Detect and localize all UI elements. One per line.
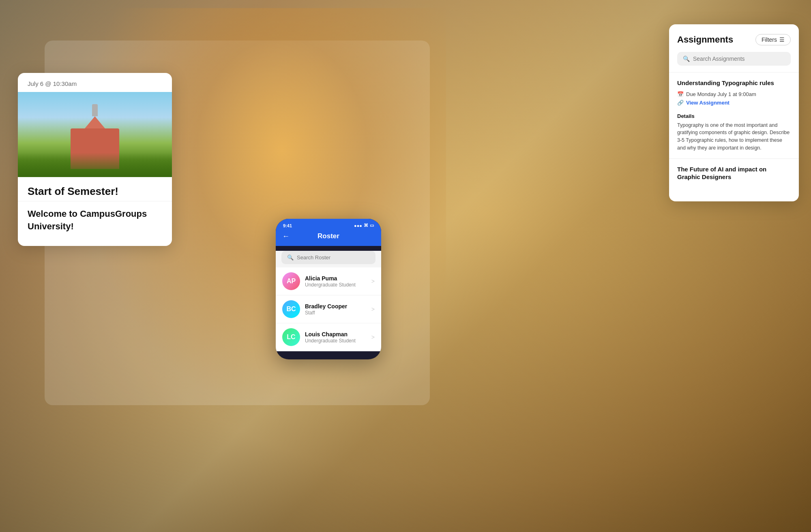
mobile-content: 🔍 AP Alicia Puma Undergraduate Student >…: [276, 251, 381, 351]
assignments-search-bar: 🔍: [677, 52, 791, 66]
avatar-initials-bradley: BC: [286, 306, 296, 313]
chevron-right-alicia: >: [371, 278, 375, 284]
assignments-title: Assignments: [677, 34, 733, 45]
back-button[interactable]: ←: [282, 232, 290, 241]
roster-item-left-bradley: BC Bradley Cooper Staff: [282, 300, 347, 318]
assignments-search-input[interactable]: [693, 56, 785, 62]
event-body: Welcome to CampusGroups University!: [18, 208, 172, 233]
assignment-item-1: Understanding Typographic rules 📅 Due Mo…: [669, 72, 799, 158]
assignment-1-due: 📅 Due Monday July 1 at 9:00am: [677, 91, 791, 97]
assignment-1-title: Understanding Typographic rules: [677, 79, 791, 87]
chevron-right-louis: >: [371, 334, 375, 340]
mobile-status-bar: 9:41 ●●● ⌘ ▭: [276, 219, 381, 228]
mobile-nav-bar: ← Roster: [276, 228, 381, 246]
roster-item-left-alicia: AP Alicia Puma Undergraduate Student: [282, 272, 356, 290]
event-card: July 6 @ 10:30am Start of Semester! Welc…: [18, 73, 172, 246]
battery-icon: ▭: [370, 223, 374, 228]
assignments-header: Assignments Filters ☰: [669, 24, 799, 52]
search-icon: 🔍: [683, 56, 690, 62]
roster-item-bradley[interactable]: BC Bradley Cooper Staff >: [276, 295, 381, 323]
filter-icon: ☰: [779, 36, 785, 43]
roster-search-bar: 🔍: [281, 251, 375, 264]
roster-info-louis: Louis Chapman Undergraduate Student: [305, 331, 356, 344]
wifi-icon: ⌘: [364, 223, 368, 228]
event-date: July 6 @ 10:30am: [18, 73, 172, 92]
avatar-initials-alicia: AP: [287, 278, 296, 285]
roster-name-alicia: Alicia Puma: [305, 275, 356, 282]
assignments-panel: Assignments Filters ☰ 🔍 Understanding Ty…: [669, 24, 799, 201]
avatar-louis: LC: [282, 328, 300, 346]
avatar-bradley: BC: [282, 300, 300, 318]
roster-role-alicia: Undergraduate Student: [305, 282, 356, 288]
roster-item-alicia[interactable]: AP Alicia Puma Undergraduate Student >: [276, 267, 381, 295]
assignment-2-title: The Future of AI and impact on Graphic D…: [677, 165, 791, 181]
assignment-item-2: The Future of AI and impact on Graphic D…: [669, 158, 799, 192]
roster-item-louis[interactable]: LC Louis Chapman Undergraduate Student >: [276, 323, 381, 351]
roster-title: Roster: [318, 232, 339, 240]
roster-item-left-louis: LC Louis Chapman Undergraduate Student: [282, 328, 356, 346]
roster-role-louis: Undergraduate Student: [305, 338, 356, 344]
event-image: [18, 92, 172, 177]
mobile-status-icons: ●●● ⌘ ▭: [354, 223, 374, 228]
signal-icon: ●●●: [354, 223, 362, 228]
calendar-icon: 📅: [677, 91, 684, 97]
roster-name-bradley: Bradley Cooper: [305, 303, 347, 310]
search-icon-mobile: 🔍: [287, 254, 294, 261]
avatar-initials-louis: LC: [287, 333, 295, 341]
chevron-right-bradley: >: [371, 306, 375, 312]
mobile-time: 9:41: [283, 223, 292, 228]
filters-button[interactable]: Filters ☰: [755, 34, 791, 45]
event-title: Start of Semester!: [18, 177, 172, 201]
details-text: Typography is one of the most important …: [677, 122, 791, 152]
roster-info-alicia: Alicia Puma Undergraduate Student: [305, 275, 356, 288]
view-assignment-link[interactable]: 🔗 View Assignment: [677, 100, 791, 106]
avatar-alicia: AP: [282, 272, 300, 290]
roster-info-bradley: Bradley Cooper Staff: [305, 303, 347, 316]
trees-illustration: [18, 153, 172, 177]
mobile-app-card: 9:41 ●●● ⌘ ▭ ← Roster 🔍 AP Alicia Puma U…: [276, 219, 381, 359]
filters-label: Filters: [762, 36, 777, 43]
roster-role-bradley: Staff: [305, 310, 347, 316]
roster-name-louis: Louis Chapman: [305, 331, 356, 338]
link-icon: 🔗: [677, 100, 684, 106]
roster-search-input[interactable]: [297, 254, 370, 261]
details-label: Details: [677, 113, 791, 119]
